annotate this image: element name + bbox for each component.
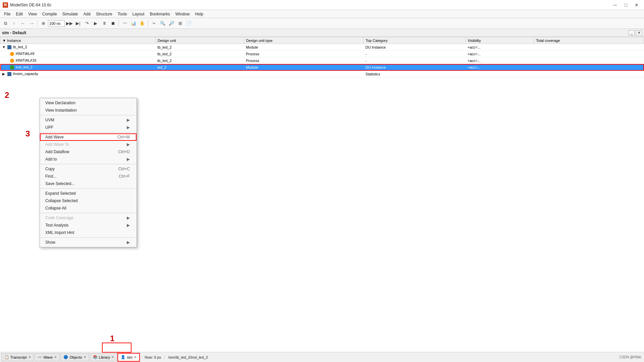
ctx-xml-import-hint[interactable]: XML Import Hint	[40, 229, 137, 236]
ctx-find[interactable]: Find... Ctrl+F	[40, 173, 137, 180]
ctx-copy[interactable]: Copy Ctrl+C	[40, 165, 137, 173]
toolbar-back-btn[interactable]: ←	[19, 19, 27, 27]
step-number-1: 1	[110, 334, 114, 343]
ctx-add-wave[interactable]: Add Wave Ctrl+W	[40, 133, 137, 141]
table-row[interactable]: #INITIAL#9 tb_led_2 Process - +acc=...	[0, 51, 644, 57]
toolbar-time-input[interactable]	[48, 20, 65, 27]
menu-edit[interactable]: Edit	[13, 11, 25, 17]
toolbar-goto-btn[interactable]: ⤷	[150, 19, 158, 27]
ctx-save-selected[interactable]: Save Selected...	[40, 180, 137, 187]
toolbar-target-btn[interactable]: ⊕	[39, 19, 47, 27]
toolbar-zoom-out-btn[interactable]: 🔎	[167, 19, 175, 27]
menu-tools[interactable]: Tools	[115, 11, 130, 17]
tab-wave-label: Wave	[44, 355, 53, 359]
ctx-add-dataflow[interactable]: Add Dataflow Ctrl+D	[40, 148, 137, 156]
ctx-expand-selected[interactable]: Expand Selected	[40, 190, 137, 197]
table-row[interactable]: ▶ #vsim_capacity Statistics	[0, 71, 644, 77]
ctx-code-coverage[interactable]: Code Coverage ▶	[40, 214, 137, 222]
menu-view[interactable]: View	[25, 11, 40, 17]
tab-library-label: Library	[99, 355, 110, 359]
tab-sim-close[interactable]: ✕	[134, 355, 137, 359]
menu-structure[interactable]: Structure	[93, 11, 115, 17]
close-button[interactable]: ✕	[632, 2, 641, 8]
toolbar-copy-btn[interactable]: ⧉	[1, 19, 9, 27]
ctx-collapse-selected-label: Collapse Selected	[45, 198, 78, 203]
table-row-selected[interactable]: inst_led_2 led_2 Module DU Instance +acc…	[0, 64, 644, 71]
toolbar-step-over-btn[interactable]: ↷	[83, 19, 91, 27]
ctx-add-wave-to[interactable]: Add Wave To ▶	[40, 141, 137, 148]
tab-library-close[interactable]: ✕	[111, 355, 114, 359]
ctx-view-instantiation[interactable]: View Instantiation	[40, 107, 137, 114]
sim-close-btn[interactable]: ✕	[636, 30, 642, 36]
expand-icon[interactable]: ▼	[2, 45, 6, 49]
menu-compile[interactable]: Compile	[40, 11, 60, 17]
minimize-button[interactable]: ─	[610, 2, 620, 8]
ctx-test-analysis[interactable]: Test Analysis ▶	[40, 222, 137, 229]
col-total-coverage[interactable]: Total coverage	[534, 37, 644, 44]
ctx-upf[interactable]: UPF ▶	[40, 124, 137, 131]
col-top-category[interactable]: Top Category	[364, 37, 466, 44]
library-icon: 📚	[93, 355, 98, 360]
toolbar-zoom-in-btn[interactable]: 🔍	[159, 19, 167, 27]
tab-transcript[interactable]: 📋 Transcript ✕	[1, 353, 34, 361]
tab-library[interactable]: 📚 Library ✕	[90, 353, 117, 361]
ctx-upf-label: UPF	[45, 125, 53, 130]
ctx-collapse-all[interactable]: Collapse All	[40, 204, 137, 212]
ctx-view-declaration[interactable]: View Declaration	[40, 99, 137, 107]
maximize-button[interactable]: □	[621, 2, 631, 8]
ctx-sep-1	[40, 115, 137, 115]
tab-objects-close[interactable]: ✕	[84, 355, 86, 359]
ctx-code-coverage-arrow: ▶	[127, 216, 130, 220]
table-row[interactable]: ▼ tb_led_2 tb_led_2 Module DU Instance +…	[0, 44, 644, 51]
col-visibility[interactable]: Visibility	[466, 37, 534, 44]
ctx-show[interactable]: Show ▶	[40, 239, 137, 246]
ctx-copy-shortcut: Ctrl+C	[118, 167, 130, 171]
menu-bookmarks[interactable]: Bookmarks	[147, 11, 173, 17]
toolbar-hand-btn[interactable]: ✋	[138, 19, 146, 27]
menu-simulate[interactable]: Simulate	[60, 11, 81, 17]
ctx-sep-3	[40, 164, 137, 164]
ctx-uvm[interactable]: UVM ▶	[40, 116, 137, 124]
tab-sim[interactable]: 👤 sim ✕	[118, 353, 140, 361]
ctx-add-to[interactable]: Add to ▶	[40, 156, 137, 163]
objects-icon: 🔵	[63, 355, 68, 360]
toolbar-wave2-btn[interactable]: 📊	[129, 19, 138, 27]
table-row[interactable]: #INITIAL#16 tb_led_2 Process - +acc=...	[0, 57, 644, 64]
tab-wave[interactable]: 〰 Wave ✕	[35, 353, 60, 361]
menu-window[interactable]: Window	[173, 11, 193, 17]
col-design-unit[interactable]: Design unit	[155, 37, 244, 44]
toolbar-fwd-btn[interactable]: →	[28, 19, 36, 27]
tab-wave-close[interactable]: ✕	[54, 355, 57, 359]
node-icon-orange-2	[10, 59, 14, 63]
tab-objects[interactable]: 🔵 Objects ✕	[60, 353, 89, 361]
sim-undock-btn[interactable]: _	[629, 30, 635, 36]
col-design-unit-type[interactable]: Design unit type	[244, 37, 363, 44]
ctx-upf-arrow: ▶	[127, 125, 130, 130]
menu-file[interactable]: File	[1, 11, 13, 17]
toolbar-break-btn[interactable]: ⏸	[100, 19, 108, 27]
tab-objects-label: Objects	[69, 355, 82, 359]
menu-help[interactable]: Help	[192, 11, 206, 17]
toolbar-step-btn[interactable]: ▶|	[74, 19, 82, 27]
ctx-add-to-arrow: ▶	[127, 157, 130, 162]
tab-transcript-close[interactable]: ✕	[28, 355, 31, 359]
toolbar-up-btn[interactable]: ↑	[10, 19, 18, 27]
ctx-show-label: Show	[45, 240, 55, 245]
menu-layout[interactable]: Layout	[130, 11, 147, 17]
tab-transcript-label: Transcript	[10, 355, 27, 359]
col-instance[interactable]: ▼ Instance	[0, 37, 156, 44]
ctx-sep-4	[40, 188, 137, 189]
expand-icon-2[interactable]: ▶	[2, 72, 6, 76]
bottom-tabs: 📋 Transcript ✕ 〰 Wave ✕ 🔵 Objects ✕ 📚 Li…	[0, 352, 141, 362]
menu-add[interactable]: Add	[81, 11, 93, 17]
toolbar-wave-btn[interactable]: 〰	[121, 19, 129, 27]
toolbar-report-btn[interactable]: 📄	[185, 19, 193, 27]
menu-bar: File Edit View Compile Simulate Add Stru…	[0, 10, 644, 18]
toolbar-run-all-btn[interactable]: ▶▶	[65, 19, 73, 27]
path-status: /sim/tb_led_2/inst_led_2	[164, 355, 211, 359]
wave-icon: 〰	[38, 355, 42, 360]
toolbar-run-btn[interactable]: ▶	[92, 19, 100, 27]
toolbar-fit-btn[interactable]: ⊞	[176, 19, 184, 27]
toolbar-stop-btn[interactable]: ⏹	[109, 19, 117, 27]
ctx-collapse-selected[interactable]: Collapse Selected	[40, 197, 137, 204]
